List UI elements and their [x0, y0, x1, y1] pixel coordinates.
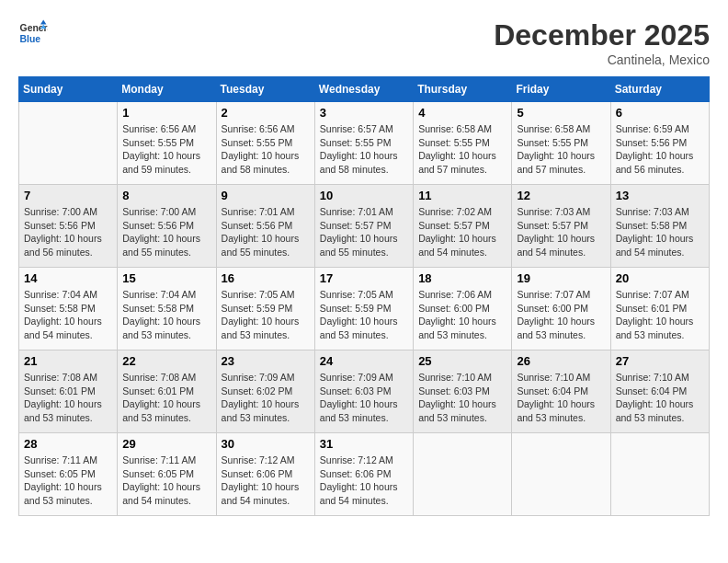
calendar-cell [512, 433, 610, 516]
day-number: 6 [616, 106, 704, 120]
calendar-cell: 18Sunrise: 7:06 AMSunset: 6:00 PMDayligh… [414, 268, 512, 350]
day-number: 16 [222, 271, 310, 285]
day-info: Sunrise: 6:59 AMSunset: 5:56 PMDaylight:… [616, 122, 704, 177]
calendar-cell: 14Sunrise: 7:04 AMSunset: 5:58 PMDayligh… [19, 268, 118, 350]
day-info: Sunrise: 7:08 AMSunset: 6:01 PMDaylight:… [24, 371, 112, 425]
day-number: 9 [222, 189, 310, 202]
calendar-table: SundayMondayTuesdayWednesdayThursdayFrid… [18, 76, 710, 516]
day-info: Sunrise: 7:05 AMSunset: 5:59 PMDaylight:… [222, 288, 310, 342]
day-number: 26 [517, 354, 605, 368]
calendar-cell: 20Sunrise: 7:07 AMSunset: 6:01 PMDayligh… [610, 268, 709, 350]
location-subtitle: Cantinela, Mexico [494, 52, 710, 67]
day-info: Sunrise: 7:11 AMSunset: 6:05 PMDaylight:… [122, 454, 210, 508]
day-number: 12 [517, 189, 605, 202]
calendar-cell [19, 102, 118, 185]
calendar-cell: 5Sunrise: 6:58 AMSunset: 5:55 PMDaylight… [512, 102, 610, 185]
svg-marker-2 [40, 20, 46, 25]
logo: General Blue [18, 18, 48, 48]
day-number: 21 [24, 354, 112, 368]
col-header-monday: Monday [118, 77, 216, 102]
calendar-cell: 31Sunrise: 7:12 AMSunset: 6:06 PMDayligh… [314, 433, 413, 516]
day-number: 23 [222, 354, 310, 368]
day-info: Sunrise: 6:56 AMSunset: 5:55 PMDaylight:… [122, 122, 210, 177]
day-info: Sunrise: 7:04 AMSunset: 5:58 PMDaylight:… [122, 288, 210, 342]
day-number: 13 [616, 189, 704, 202]
calendar-cell: 17Sunrise: 7:05 AMSunset: 5:59 PMDayligh… [314, 268, 413, 350]
day-number: 20 [616, 271, 704, 285]
week-row-4: 21Sunrise: 7:08 AMSunset: 6:01 PMDayligh… [19, 350, 710, 433]
day-number: 3 [320, 106, 408, 120]
day-info: Sunrise: 7:10 AMSunset: 6:03 PMDaylight:… [418, 371, 506, 425]
calendar-cell: 11Sunrise: 7:02 AMSunset: 5:57 PMDayligh… [414, 185, 512, 268]
title-block: December 2025 Cantinela, Mexico [494, 18, 710, 67]
day-number: 14 [24, 271, 112, 285]
day-number: 29 [122, 437, 210, 451]
day-info: Sunrise: 7:01 AMSunset: 5:56 PMDaylight:… [222, 205, 310, 259]
day-number: 30 [222, 437, 310, 451]
day-number: 19 [517, 271, 605, 285]
week-row-3: 14Sunrise: 7:04 AMSunset: 5:58 PMDayligh… [19, 268, 710, 350]
week-row-5: 28Sunrise: 7:11 AMSunset: 6:05 PMDayligh… [19, 433, 710, 516]
day-number: 25 [418, 354, 506, 368]
day-info: Sunrise: 6:56 AMSunset: 5:55 PMDaylight:… [222, 122, 310, 177]
day-info: Sunrise: 6:58 AMSunset: 5:55 PMDaylight:… [418, 122, 506, 177]
calendar-cell: 24Sunrise: 7:09 AMSunset: 6:03 PMDayligh… [314, 350, 413, 433]
day-info: Sunrise: 7:06 AMSunset: 6:00 PMDaylight:… [418, 288, 506, 342]
month-title: December 2025 [494, 18, 710, 52]
calendar-cell: 3Sunrise: 6:57 AMSunset: 5:55 PMDaylight… [314, 102, 413, 185]
day-number: 2 [222, 106, 310, 120]
day-number: 11 [418, 189, 506, 202]
calendar-cell: 15Sunrise: 7:04 AMSunset: 5:58 PMDayligh… [118, 268, 216, 350]
calendar-cell: 19Sunrise: 7:07 AMSunset: 6:00 PMDayligh… [512, 268, 610, 350]
calendar-cell: 2Sunrise: 6:56 AMSunset: 5:55 PMDaylight… [216, 102, 314, 185]
calendar-cell: 7Sunrise: 7:00 AMSunset: 5:56 PMDaylight… [19, 185, 118, 268]
col-header-tuesday: Tuesday [216, 77, 314, 102]
day-info: Sunrise: 7:05 AMSunset: 5:59 PMDaylight:… [320, 288, 408, 342]
day-number: 22 [122, 354, 210, 368]
day-number: 17 [320, 271, 408, 285]
calendar-cell: 28Sunrise: 7:11 AMSunset: 6:05 PMDayligh… [19, 433, 118, 516]
day-info: Sunrise: 7:03 AMSunset: 5:57 PMDaylight:… [517, 205, 605, 259]
day-number: 5 [517, 106, 605, 120]
day-info: Sunrise: 7:02 AMSunset: 5:57 PMDaylight:… [418, 205, 506, 259]
calendar-cell: 26Sunrise: 7:10 AMSunset: 6:04 PMDayligh… [512, 350, 610, 433]
col-header-wednesday: Wednesday [314, 77, 413, 102]
day-info: Sunrise: 7:04 AMSunset: 5:58 PMDaylight:… [24, 288, 112, 342]
day-number: 31 [320, 437, 408, 451]
day-number: 28 [24, 437, 112, 451]
col-header-thursday: Thursday [414, 77, 512, 102]
calendar-cell: 25Sunrise: 7:10 AMSunset: 6:03 PMDayligh… [414, 350, 512, 433]
logo-icon: General Blue [18, 18, 48, 48]
day-info: Sunrise: 6:58 AMSunset: 5:55 PMDaylight:… [517, 122, 605, 177]
calendar-cell: 10Sunrise: 7:01 AMSunset: 5:57 PMDayligh… [314, 185, 413, 268]
page-header: General Blue December 2025 Cantinela, Me… [18, 18, 710, 67]
calendar-cell: 29Sunrise: 7:11 AMSunset: 6:05 PMDayligh… [118, 433, 216, 516]
calendar-cell: 8Sunrise: 7:00 AMSunset: 5:56 PMDaylight… [118, 185, 216, 268]
day-number: 4 [418, 106, 506, 120]
day-number: 8 [122, 189, 210, 202]
calendar-cell: 1Sunrise: 6:56 AMSunset: 5:55 PMDaylight… [118, 102, 216, 185]
calendar-cell [610, 433, 709, 516]
calendar-cell: 27Sunrise: 7:10 AMSunset: 6:04 PMDayligh… [610, 350, 709, 433]
calendar-cell: 12Sunrise: 7:03 AMSunset: 5:57 PMDayligh… [512, 185, 610, 268]
calendar-cell [414, 433, 512, 516]
day-info: Sunrise: 7:12 AMSunset: 6:06 PMDaylight:… [222, 454, 310, 508]
day-info: Sunrise: 7:00 AMSunset: 5:56 PMDaylight:… [24, 205, 112, 259]
col-header-sunday: Sunday [19, 77, 118, 102]
day-info: Sunrise: 7:07 AMSunset: 6:00 PMDaylight:… [517, 288, 605, 342]
calendar-cell: 22Sunrise: 7:08 AMSunset: 6:01 PMDayligh… [118, 350, 216, 433]
day-info: Sunrise: 7:09 AMSunset: 6:03 PMDaylight:… [320, 371, 408, 425]
day-info: Sunrise: 7:10 AMSunset: 6:04 PMDaylight:… [616, 371, 704, 425]
calendar-cell: 6Sunrise: 6:59 AMSunset: 5:56 PMDaylight… [610, 102, 709, 185]
day-info: Sunrise: 7:03 AMSunset: 5:58 PMDaylight:… [616, 205, 704, 259]
col-header-saturday: Saturday [610, 77, 709, 102]
day-info: Sunrise: 7:00 AMSunset: 5:56 PMDaylight:… [122, 205, 210, 259]
calendar-cell: 21Sunrise: 7:08 AMSunset: 6:01 PMDayligh… [19, 350, 118, 433]
day-info: Sunrise: 7:10 AMSunset: 6:04 PMDaylight:… [517, 371, 605, 425]
day-info: Sunrise: 6:57 AMSunset: 5:55 PMDaylight:… [320, 122, 408, 177]
calendar-cell: 4Sunrise: 6:58 AMSunset: 5:55 PMDaylight… [414, 102, 512, 185]
calendar-cell: 16Sunrise: 7:05 AMSunset: 5:59 PMDayligh… [216, 268, 314, 350]
day-number: 18 [418, 271, 506, 285]
day-info: Sunrise: 7:08 AMSunset: 6:01 PMDaylight:… [122, 371, 210, 425]
day-info: Sunrise: 7:09 AMSunset: 6:02 PMDaylight:… [222, 371, 310, 425]
